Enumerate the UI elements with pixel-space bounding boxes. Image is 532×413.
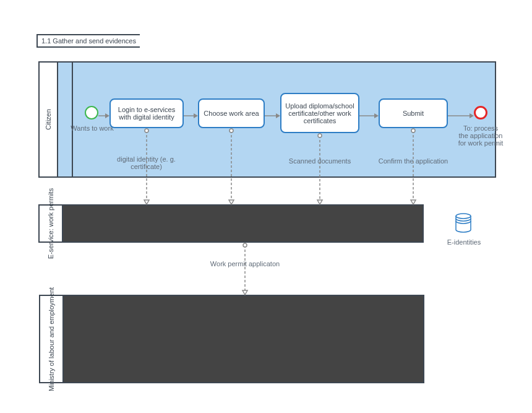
datastore-eidentities-icon (455, 213, 472, 233)
svg-point-0 (456, 214, 471, 219)
task-login-assoc: digital identity (e. g. certificate) (107, 155, 186, 170)
svg-marker-19 (317, 200, 322, 204)
end-event-label: To: process the application for work per… (458, 124, 504, 147)
pool-citizen-label-box: Citizen (40, 63, 58, 176)
end-event (474, 106, 487, 120)
task-submit-assoc: Confirm the application (372, 157, 454, 165)
pool-citizen-label: Citizen (45, 109, 52, 130)
task-submit-label: Submit (403, 110, 424, 117)
task-upload-assoc: Scanned documents (284, 157, 356, 165)
task-login: Login to e-services with digital identit… (109, 98, 184, 128)
lane-divider (72, 63, 73, 176)
pool-ministry-label-box: Ministry of labour and employment (40, 296, 64, 382)
diagram-title-box: 1.1 Gather and send evidences (36, 34, 140, 48)
svg-marker-22 (411, 200, 416, 204)
task-login-label: Login to e-services with digital identit… (113, 106, 180, 121)
pool-ministry: Ministry of labour and employment (39, 295, 424, 383)
task-upload-label: Upload diploma/school certificate/other … (284, 102, 356, 124)
svg-point-24 (243, 243, 247, 247)
svg-marker-13 (144, 200, 149, 204)
pool-eservice-label: E-service: work permits (47, 188, 54, 259)
datastore-eidentities-label: E-identities (441, 238, 487, 246)
task-submit: Submit (379, 98, 448, 128)
start-event (85, 106, 98, 120)
task-choose: Choose work area (198, 98, 265, 128)
task-choose-label: Choose work area (204, 110, 259, 117)
msg-eservice-ministry (242, 243, 248, 295)
svg-marker-25 (242, 290, 247, 295)
pool-eservice-label-box: E-service: work permits (40, 206, 63, 241)
pool-ministry-label: Ministry of labour and employment (48, 287, 55, 391)
msg-workpermit-label: Work permit applicaton (197, 260, 293, 267)
svg-marker-16 (229, 200, 234, 204)
diagram-title: 1.1 Gather and send evidences (41, 37, 136, 45)
task-upload: Upload diploma/school certificate/other … (280, 93, 359, 133)
pool-eservice: E-service: work permits (38, 204, 424, 243)
